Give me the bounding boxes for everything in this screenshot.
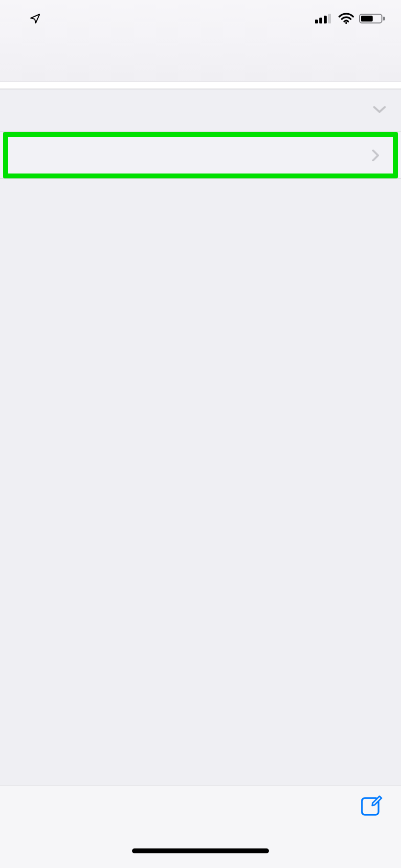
battery-icon	[359, 13, 386, 26]
empty-space	[0, 178, 401, 785]
chevron-right-icon	[369, 149, 382, 162]
svg-rect-2	[324, 16, 327, 23]
svg-rect-3	[328, 14, 331, 23]
section-header-icloud[interactable]	[0, 89, 401, 132]
chevron-down-icon	[373, 105, 386, 116]
toolbar	[0, 785, 401, 848]
location-icon	[29, 13, 41, 26]
compose-button[interactable]	[359, 792, 384, 820]
svg-point-4	[345, 22, 347, 24]
mailbox-row-miscellaneous[interactable]	[8, 137, 393, 174]
svg-rect-1	[319, 18, 322, 23]
scroll-shadow	[0, 82, 401, 89]
svg-rect-7	[383, 17, 385, 21]
highlighted-row	[3, 132, 398, 178]
svg-rect-0	[315, 20, 318, 23]
nav-bar	[0, 39, 401, 82]
home-indicator	[0, 848, 401, 868]
wifi-icon	[338, 13, 354, 26]
svg-rect-6	[361, 16, 373, 22]
status-bar	[0, 0, 401, 39]
cellular-signal-icon	[315, 13, 334, 26]
